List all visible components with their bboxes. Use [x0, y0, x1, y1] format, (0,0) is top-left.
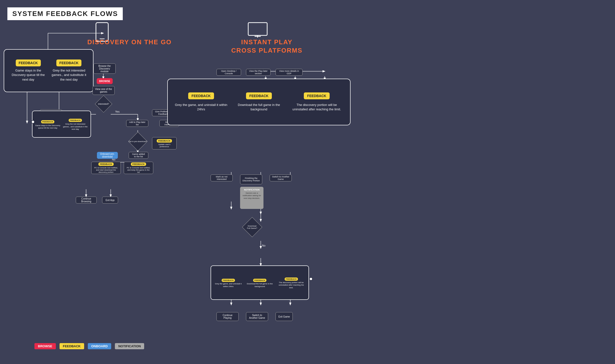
legend-notification: NOTIFICATION	[115, 343, 144, 349]
bottom-feedback-2: FEEDBACK Download the full game in the b…	[245, 277, 274, 288]
onboard-predownload-box: Onboard pre-download	[97, 152, 118, 159]
continue-playing-box: Continue Playing	[216, 312, 239, 321]
view-one-games-box: View one of the games	[92, 86, 115, 95]
discovery-feedback-2-text: Grey the not interested games., and subs…	[50, 68, 88, 82]
open-desktop-box: Open Desktop / Console	[216, 69, 241, 76]
bottom-instant-feedback-group: FEEDBACK Grey the game, and uninstall it…	[211, 265, 309, 300]
continue-browsing-box: Continue Browsing	[76, 197, 97, 204]
exit-game-box: Exit Game	[276, 312, 293, 321]
update-pref-feedback: FEEDBACK Update user's preference	[152, 137, 177, 149]
switch-another-game-2: Switch to Another Game	[246, 312, 268, 321]
discovery-small-feedback-group: FEEDBACK Game stays in the Discovery que…	[32, 111, 91, 138]
switch-another-game-1: Switch to Another Game	[270, 175, 292, 181]
instant-feedback-2: FEEDBACK Download the full game in the b…	[232, 92, 286, 112]
instant-play-label: INSTANT PLAYCROSS PLATFORMS	[231, 38, 303, 55]
legend-feedback: FEEDBACK	[60, 343, 84, 349]
loop-dot-discovery	[31, 120, 35, 124]
discovery-feedback-1: FEEDBACK Game stays in the Discovery que…	[9, 59, 47, 82]
add-play-later: Add to Play-later list	[126, 120, 148, 127]
svg-text:No: No	[262, 244, 265, 247]
small-feedback-2: FEEDBACK Grey the not interested games.,…	[62, 117, 88, 131]
instant-feedback-1: FEEDBACK Grey the game, and uninstall it…	[174, 92, 228, 112]
opt-predownload-diamond: Opt in pre-download?	[128, 132, 148, 151]
legend-onboard: ONBOARD	[88, 343, 111, 349]
discovery-feedback-2-label: FEEDBACK	[56, 59, 81, 66]
browse-red-box: BROWSE	[97, 78, 113, 84]
svg-text:Yes: Yes	[115, 110, 120, 113]
bottom-feedback-3: FEEDBACK The discovery portion will be u…	[277, 276, 306, 289]
monitor-icon	[247, 22, 268, 40]
browse-discovery-box: Browse the Discovery module	[93, 63, 116, 74]
game-added-list: Game added to the list	[129, 152, 148, 159]
legend-browse: BROWSE	[34, 343, 56, 349]
discovery-top-feedback-group: FEEDBACK Game stays in the Discovery que…	[4, 49, 93, 92]
discovery-feedback-1-text: Game stays in the Discovery queue till t…	[9, 68, 47, 82]
bottom-feedback-1: FEEDBACK Grey the game, and uninstall it…	[214, 277, 243, 288]
pc-console-feedback-2: FEEDBACK PC & Console Got notified, and …	[124, 162, 153, 174]
discovery-label: DISCOVERY ON THE GO	[87, 38, 172, 46]
exit-app-box: Exit App	[102, 197, 118, 204]
small-feedback-1: FEEDBACK Game stays in the Discovery que…	[35, 119, 61, 130]
legend: BROWSE FEEDBACK ONBOARD NOTIFICATION	[34, 343, 144, 349]
view-play-later-box: View the Play-later section	[246, 69, 271, 76]
discovery-feedback-2: FEEDBACK Grey the not interested games.,…	[50, 59, 88, 82]
view-more-details-box: View more details in GDP	[276, 69, 303, 76]
discovery-feedback-1-label: FEEDBACK	[16, 59, 41, 66]
instant-play-feedback-group: FEEDBACK Grey the game, and uninstall it…	[167, 79, 351, 125]
notification-box: NOTIFICATION Gamers see a notification a…	[240, 187, 263, 209]
finishing-discovery-box: Finishing the Discovery Portion	[240, 175, 262, 184]
pc-console-feedback-1: FEEDBACK PC & Console Got notified, and …	[91, 162, 121, 174]
page-title: SYSTEM FEEDBACK FLOWS	[7, 7, 123, 20]
instant-feedback-3: FEEDBACK The discovery portion will be u…	[290, 92, 344, 112]
interested-diamond: Interested?	[95, 95, 112, 113]
download-full-game-diamond: DownloadFull Game?	[242, 217, 262, 237]
mark-not-interested-2: Mark as not Interested	[211, 175, 233, 181]
loop-dot-instant	[309, 277, 313, 281]
svg-rect-45	[248, 23, 267, 35]
